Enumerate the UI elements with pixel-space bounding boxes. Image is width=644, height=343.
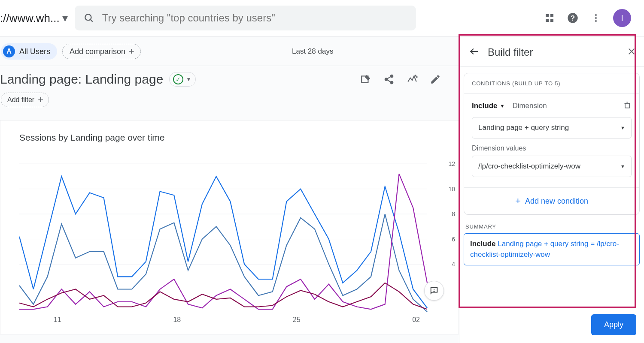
include-exclude-select[interactable]: Include ▼ <box>472 102 504 110</box>
date-range[interactable]: Last 28 days <box>292 47 333 56</box>
dimension-heading: Dimension <box>512 102 547 110</box>
customize-icon[interactable] <box>360 74 371 85</box>
avatar[interactable]: I <box>613 9 631 27</box>
chevron-down-icon: ▾ <box>62 12 68 25</box>
dimension-values-select[interactable]: /lp/cro-checklist-optimizely-wow ▼ <box>472 156 632 177</box>
delete-icon[interactable] <box>623 101 632 111</box>
help-icon[interactable]: ? <box>567 12 579 24</box>
search-input[interactable] <box>102 12 407 24</box>
summary-include: Include <box>470 240 496 248</box>
comparison-row: A All Users Add comparison + Last 28 day… <box>0 36 459 66</box>
chart-area: 4681012 11182502 <box>19 151 454 323</box>
svg-rect-2 <box>546 14 549 17</box>
svg-point-17 <box>415 75 416 76</box>
svg-point-0 <box>85 14 91 20</box>
panel-header: Build filter <box>459 36 644 67</box>
add-comparison-label: Add comparison <box>70 47 125 56</box>
chevron-down-icon: ▼ <box>186 76 191 82</box>
svg-line-15 <box>387 77 391 79</box>
back-icon[interactable] <box>469 46 480 59</box>
y-tick: 6 <box>452 236 455 243</box>
svg-line-16 <box>387 80 391 82</box>
y-tick: 8 <box>452 211 455 217</box>
dimension-select[interactable]: Landing page + query string ▼ <box>472 117 632 138</box>
add-condition-button[interactable]: + Add new condition <box>464 187 639 214</box>
segment-label: All Users <box>19 47 50 56</box>
y-tick: 10 <box>448 186 455 193</box>
insights-icon[interactable] <box>407 74 418 85</box>
checkmark-icon: ✓ <box>173 74 183 84</box>
add-filter-label: Add filter <box>7 96 34 104</box>
apps-icon[interactable] <box>544 13 555 23</box>
svg-rect-5 <box>550 19 553 22</box>
svg-rect-29 <box>625 103 629 108</box>
share-icon[interactable] <box>383 74 395 85</box>
property-url-text: ://www.wh... <box>0 12 60 25</box>
svg-point-10 <box>595 20 597 22</box>
x-tick: 18 <box>173 316 181 324</box>
status-pill[interactable]: ✓ ▼ <box>169 72 196 87</box>
property-url[interactable]: ://www.wh... ▾ <box>0 12 70 25</box>
svg-point-25 <box>434 291 434 292</box>
more-icon[interactable] <box>591 13 601 23</box>
y-tick: 12 <box>448 160 455 167</box>
summary-heading: SUMMARY <box>465 223 638 230</box>
plus-icon: + <box>515 196 521 207</box>
apply-button[interactable]: Apply <box>591 314 636 335</box>
chart-card: Sessions by Landing page over time 46810… <box>0 120 459 334</box>
edit-icon[interactable] <box>430 74 441 85</box>
chevron-down-icon: ▼ <box>500 103 505 108</box>
line-chart <box>19 151 444 323</box>
segment-chip-all-users[interactable]: A All Users <box>1 43 57 60</box>
include-label: Include <box>472 102 498 110</box>
x-tick: 25 <box>293 316 301 324</box>
plus-icon: + <box>129 47 134 56</box>
chevron-down-icon: ▼ <box>620 125 625 130</box>
x-tick: 02 <box>412 316 420 324</box>
chart-title: Sessions by Landing page over time <box>19 132 454 143</box>
y-tick: 4 <box>452 261 455 268</box>
svg-point-8 <box>595 14 597 16</box>
dimension-value: Landing page + query string <box>478 123 569 132</box>
x-tick: 11 <box>54 316 61 324</box>
close-icon[interactable] <box>627 47 636 58</box>
page-title: Landing page: Landing page <box>0 72 163 87</box>
add-filter-button[interactable]: Add filter + <box>1 93 49 107</box>
title-row: Landing page: Landing page ✓ ▼ <box>0 66 459 91</box>
report-main: A All Users Add comparison + Last 28 day… <box>0 36 459 343</box>
svg-line-1 <box>90 19 92 21</box>
panel-title: Build filter <box>488 46 619 58</box>
filter-panel: Build filter CONDITIONS (BUILD UP TO 5) … <box>459 36 644 343</box>
segment-badge: A <box>3 45 15 57</box>
report-actions <box>360 74 454 85</box>
feedback-button[interactable] <box>424 281 444 301</box>
avatar-initial: I <box>621 13 623 23</box>
add-condition-label: Add new condition <box>525 197 588 206</box>
dimension-values-value: /lp/cro-checklist-optimizely-wow <box>478 162 580 171</box>
plus-icon: + <box>38 95 43 105</box>
svg-point-9 <box>595 17 597 19</box>
values-label: Dimension values <box>472 144 632 152</box>
chevron-down-icon: ▼ <box>620 164 625 169</box>
conditions-card: CONDITIONS (BUILD UP TO 5) Include ▼ Dim… <box>464 73 640 215</box>
search-bar[interactable] <box>75 6 416 30</box>
svg-rect-3 <box>550 14 553 17</box>
svg-text:?: ? <box>571 14 575 22</box>
add-comparison-button[interactable]: Add comparison + <box>62 44 141 59</box>
topbar: ://www.wh... ▾ ? I <box>0 0 644 36</box>
topbar-actions: ? I <box>544 9 639 27</box>
conditions-header: CONDITIONS (BUILD UP TO 5) <box>464 73 639 94</box>
search-icon <box>83 12 94 24</box>
svg-point-18 <box>416 77 417 78</box>
svg-rect-4 <box>546 19 549 22</box>
summary-box: Include Landing page + query string = /l… <box>464 233 640 265</box>
